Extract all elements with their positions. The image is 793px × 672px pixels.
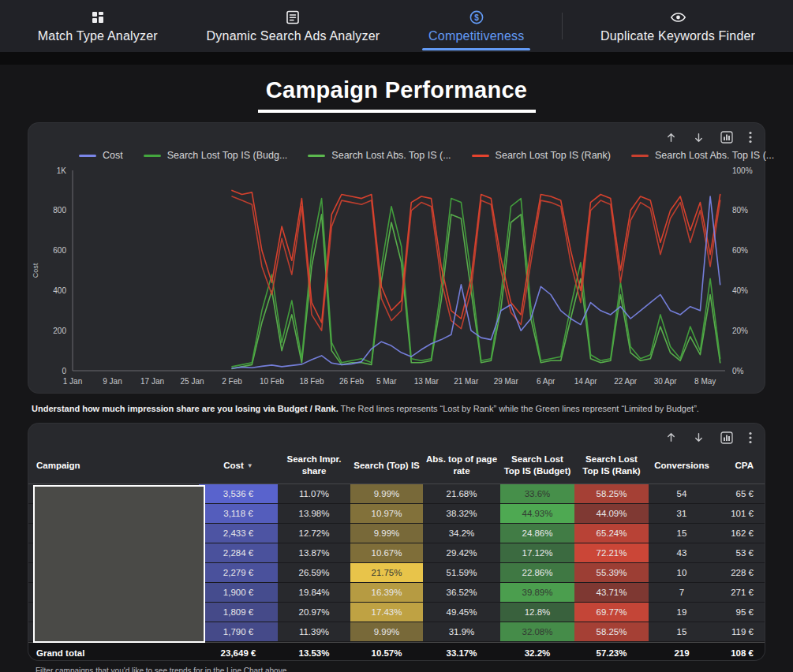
y-right-tick-label: 100% (732, 166, 753, 175)
cell-top_is: 10.97% (350, 504, 423, 523)
cell-impr_share: 11.39% (278, 622, 350, 641)
cell-top_is: 21.75% (350, 563, 423, 582)
chart-options-icon[interactable] (720, 131, 733, 144)
x-tick-label: 2 Feb (222, 377, 242, 386)
heatmap-cell: 9.99% (350, 484, 423, 503)
column-header-conversions[interactable]: Conversions (649, 457, 715, 473)
move-up-icon[interactable] (665, 431, 677, 443)
cell-lost_rank: 72.21% (574, 543, 649, 562)
chart-caption: Understand how much impression share are… (32, 403, 761, 415)
column-header-campaign[interactable]: Campaign (28, 457, 199, 473)
y-left-tick-label: 0 (62, 367, 66, 375)
cell-abs_top: 21.68% (423, 484, 500, 503)
cell-lost_budget: 44.93% (500, 504, 574, 523)
heatmap-cell: 3,118 € (199, 504, 278, 523)
heatmap-cell: 2,279 € (199, 563, 278, 582)
legend-line-swatch (631, 155, 649, 157)
tab-label: Dynamic Search Ads Analyzer (207, 29, 380, 43)
column-header-label: Search Lost Top IS (Budget) (504, 454, 571, 475)
cell-cost: 3,118 € (199, 504, 278, 523)
legend-item: Search Lost Top IS (Budg... (144, 150, 288, 161)
table-header-row: CampaignCost▼Search Impr. shareSearch (T… (28, 447, 765, 484)
column-header-lost_budget[interactable]: Search Lost Top IS (Budget) (500, 451, 574, 479)
cell-top_is: 9.99% (350, 622, 423, 641)
x-tick-label: 6 Apr (537, 377, 555, 386)
title-underline (258, 110, 536, 113)
move-down-icon[interactable] (693, 132, 705, 144)
legend-item: Cost (79, 150, 123, 161)
legend-label: Search Lost Abs. Top IS (... (655, 150, 774, 161)
column-header-label: Campaign (36, 461, 80, 470)
table-toolbar (665, 431, 752, 444)
heatmap-cell: 58.25% (574, 622, 649, 641)
cell-impr_share: 12.72% (278, 524, 350, 543)
grand-total-label: Grand total (28, 648, 199, 658)
tab-label: Match Type Analyzer (38, 29, 158, 43)
heatmap-cell: 65.24% (574, 524, 649, 543)
move-up-icon[interactable] (665, 132, 677, 144)
cell-impr_share: 26.59% (278, 563, 350, 582)
y-axis-title: Cost (32, 263, 39, 278)
cell-abs_top: 38.32% (423, 504, 500, 523)
cell-conversions: 15 (649, 622, 715, 641)
y-right-tick-label: 80% (732, 206, 748, 215)
cell-conversions: 43 (649, 543, 715, 562)
x-tick-label: 22 Apr (614, 377, 638, 386)
chart-legend: CostSearch Lost Top IS (Budg...Search Lo… (28, 123, 765, 161)
cell-cpa: 271 € (715, 583, 765, 602)
caption-bold-text: Understand how much impression share are… (32, 404, 339, 413)
cell-lost_budget: 12.8% (500, 603, 574, 622)
cell-cost: 3,536 € (199, 484, 278, 503)
heatmap-cell: 22.86% (500, 563, 574, 582)
y-left-tick-label: 400 (53, 286, 66, 295)
more-options-icon[interactable] (749, 431, 752, 444)
cell-cost: 2,284 € (199, 543, 278, 562)
heatmap-cell: 10.67% (350, 543, 423, 562)
nav-divider (562, 13, 563, 39)
cell-abs_top: 29.42% (423, 543, 500, 562)
tab-label: Duplicate Keywords Finder (600, 29, 755, 43)
eye-icon (670, 9, 686, 25)
heatmap-cell: 1,809 € (199, 603, 278, 622)
cell-abs_top: 31.9% (423, 622, 500, 641)
move-down-icon[interactable] (693, 431, 705, 443)
cell-abs_top: 51.59% (423, 563, 500, 582)
column-header-abs_top[interactable]: Abs. top of page rate (423, 451, 500, 479)
dashboard-grid-icon (90, 9, 106, 25)
column-header-top_is[interactable]: Search (Top) IS (350, 457, 423, 473)
y-right-tick-label: 40% (732, 286, 748, 295)
tab-competitiveness[interactable]: $ Competitiveness (417, 0, 535, 52)
legend-label: Search Lost Abs. Top IS (... (331, 150, 451, 161)
column-header-cpa[interactable]: CPA (715, 457, 765, 473)
x-tick-label: 1 Jan (63, 377, 82, 386)
tab-dynamic-search-ads-analyzer[interactable]: Dynamic Search Ads Analyzer (196, 0, 391, 52)
column-header-label: Search (Top) IS (353, 461, 420, 470)
heatmap-cell: 12.8% (500, 603, 574, 622)
column-header-impr_share[interactable]: Search Impr. share (278, 451, 350, 479)
chart-options-icon[interactable] (720, 431, 733, 444)
legend-line-swatch (144, 155, 161, 157)
cell-impr_share: 13.87% (278, 543, 350, 562)
grand-total-abs_top: 33.17% (423, 648, 500, 658)
more-options-icon[interactable] (749, 131, 752, 144)
cell-lost_budget: 33.6% (500, 484, 574, 503)
heatmap-cell: 55.39% (574, 563, 649, 582)
heatmap-cell: 16.39% (350, 583, 423, 602)
tab-match-type-analyzer[interactable]: Match Type Analyzer (27, 0, 169, 52)
heatmap-cell: 2,433 € (199, 524, 278, 543)
x-tick-label: 8 May (694, 377, 716, 386)
column-header-cost[interactable]: Cost▼ (199, 457, 278, 473)
tab-duplicate-keywords-finder[interactable]: Duplicate Keywords Finder (589, 0, 766, 52)
paid-icon: $ (469, 9, 484, 25)
cell-conversions: 15 (649, 524, 715, 543)
cell-top_is: 9.99% (350, 484, 423, 503)
caption-normal-text: The Red lines represents “Lost by Rank” … (339, 404, 699, 413)
heatmap-cell: 39.89% (500, 583, 574, 602)
cell-impr_share: 20.97% (278, 603, 350, 622)
cell-conversions: 54 (649, 484, 715, 503)
cell-lost_budget: 22.86% (500, 563, 574, 582)
cell-cost: 2,279 € (199, 563, 278, 582)
column-header-lost_rank[interactable]: Search Lost Top IS (Rank) (574, 451, 649, 479)
x-tick-label: 14 Apr (574, 377, 598, 386)
heatmap-cell: 9.99% (350, 622, 423, 641)
